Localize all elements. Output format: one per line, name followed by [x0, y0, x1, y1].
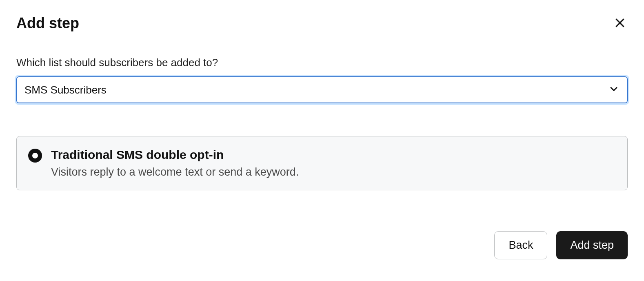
optin-option-card[interactable]: Traditional SMS double opt-in Visitors r… — [16, 136, 628, 190]
list-select-value: SMS Subscribers — [24, 84, 107, 96]
list-select-label: Which list should subscribers be added t… — [16, 56, 628, 69]
list-select-wrapper: SMS Subscribers — [16, 76, 628, 103]
modal-title: Add step — [16, 15, 79, 32]
option-title: Traditional SMS double opt-in — [51, 148, 299, 162]
radio-selected-icon[interactable] — [28, 149, 42, 163]
modal-footer: Back Add step — [16, 231, 628, 259]
add-step-button[interactable]: Add step — [556, 231, 628, 259]
list-select[interactable]: SMS Subscribers — [16, 76, 628, 103]
close-button[interactable] — [612, 15, 628, 32]
option-description: Visitors reply to a welcome text or send… — [51, 166, 299, 178]
close-icon — [614, 17, 626, 30]
back-button[interactable]: Back — [494, 231, 547, 259]
modal-header: Add step — [16, 15, 628, 32]
option-text: Traditional SMS double opt-in Visitors r… — [51, 148, 299, 178]
